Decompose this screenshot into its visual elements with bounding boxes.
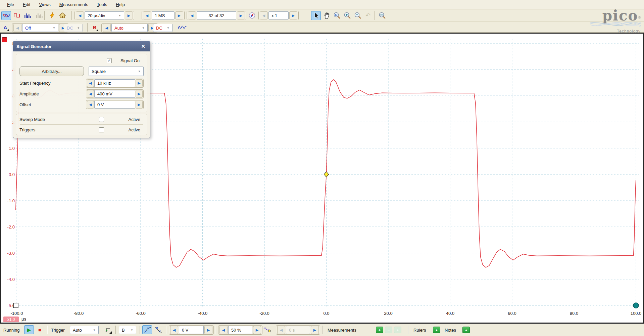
y-axis-tick-label: -4.0 (7, 277, 15, 282)
x-axis-tick-label: -100.0 (11, 311, 23, 316)
hand-icon (323, 12, 330, 19)
start-frequency-field[interactable]: 10 kHz (94, 79, 135, 87)
auto-setup-button[interactable] (47, 11, 57, 20)
menu-item-edit[interactable]: Edit (18, 0, 35, 9)
chevron-down-icon: ▼ (138, 27, 145, 30)
samples-decrease-button[interactable]: ◀ (143, 11, 151, 19)
channel-b-range-decrease-button[interactable]: ◀ (103, 24, 111, 32)
channel-a-options-button[interactable]: A (1, 23, 9, 32)
zoom-decrease-button[interactable]: ◀ (260, 11, 268, 19)
samples-value: 1 MS (155, 13, 165, 18)
zoom-out-tool-button[interactable] (353, 11, 362, 20)
rising-edge-button[interactable] (142, 325, 152, 334)
post-trigger-decrease-button[interactable]: ◀ (277, 326, 285, 334)
pre-trigger-decrease-button[interactable]: ◀ (219, 326, 228, 334)
amplitude-increase-button[interactable]: ▶ (136, 90, 143, 98)
buffer-navigator-button[interactable] (247, 11, 257, 20)
pre-trigger-increase-button[interactable]: ▶ (253, 326, 261, 334)
trigger-marker-diamond[interactable] (324, 172, 329, 177)
zoom-in-tool-button[interactable] (342, 11, 352, 20)
close-icon[interactable]: ✕ (140, 43, 147, 49)
zoom-increase-button[interactable]: ▶ (289, 11, 297, 19)
start-frequency-decrease-button[interactable]: ◀ (87, 79, 94, 87)
window-zoom-tool-button[interactable] (332, 11, 342, 20)
edit-measurement-button[interactable]: ▲ (394, 327, 401, 333)
normal-selection-tool-button[interactable] (311, 11, 321, 20)
dialog-title: Signal Generator (16, 44, 52, 49)
signal-generator-button[interactable] (177, 23, 187, 32)
zoom-factor-field[interactable]: x 1 (268, 11, 289, 19)
pre-trigger-field[interactable]: 50 % (228, 326, 252, 334)
menu-item-help[interactable]: Help (111, 0, 129, 9)
trigger-mode-select[interactable]: Auto ▼ (70, 326, 99, 334)
triggers-checkbox[interactable] (99, 127, 104, 132)
dialog-title-bar[interactable]: Signal Generator ✕ (13, 41, 150, 51)
arbitrary-button-label: Arbitrary... (42, 69, 62, 74)
menu-item-tools[interactable]: Tools (93, 0, 111, 9)
trigger-level-increase-button[interactable]: ▶ (204, 326, 212, 334)
sweep-mode-checkbox[interactable] (99, 117, 104, 122)
post-trigger-value: 0 s (289, 328, 295, 333)
channel-b-range-select[interactable]: Auto ▼ (111, 24, 148, 32)
channel-b-coupling-select[interactable]: DC ▼ (153, 24, 172, 32)
zoom-full-button[interactable]: 100 (377, 11, 387, 20)
y-axis-tick-label: 1.0 (9, 146, 15, 151)
advanced-trigger-button[interactable] (103, 325, 112, 334)
post-trigger-increase-button[interactable]: ▶ (311, 326, 319, 334)
post-trigger-field[interactable]: 0 s (286, 326, 310, 334)
statusbar-separator (115, 326, 116, 334)
delete-measurement-button[interactable]: − (385, 327, 392, 333)
square-wave-view-button[interactable] (12, 11, 21, 20)
undo-zoom-button[interactable]: ↶ (363, 11, 373, 20)
hand-tool-button[interactable] (321, 11, 331, 20)
channel-a-range-decrease-button[interactable]: ◀ (13, 24, 21, 32)
channel-b-options-button[interactable]: B (91, 23, 99, 32)
home-settings-button[interactable] (57, 11, 67, 20)
buffer-next-button[interactable]: ▶ (237, 11, 245, 19)
notes-button[interactable]: ▲ (462, 327, 470, 333)
spectrum-bars-icon (23, 12, 31, 18)
timebase-increase-button[interactable]: ▶ (125, 11, 133, 19)
timebase-decrease-button[interactable]: ◀ (76, 11, 84, 19)
signal-settings-group: ✓ Signal On Arbitrary... Square ▼ Start … (16, 54, 147, 112)
add-measurement-button[interactable]: + (376, 327, 383, 333)
falling-edge-button[interactable] (154, 325, 163, 334)
rising-edge-icon (143, 327, 152, 333)
start-frequency-increase-button[interactable]: ▶ (136, 79, 143, 87)
axis-scale-handle[interactable] (633, 303, 639, 308)
start-capture-button[interactable]: ▶ (24, 325, 34, 334)
rulers-button[interactable]: ▲ (433, 327, 440, 333)
samples-field[interactable]: 1 MS (152, 11, 175, 19)
chevron-down-icon: ▼ (114, 14, 121, 17)
stop-capture-button[interactable]: ■ (35, 325, 45, 334)
channel-a-coupling-select[interactable]: DC ▼ (64, 24, 83, 32)
offset-field[interactable]: 0 V (94, 101, 135, 109)
scope-view-button[interactable] (1, 11, 11, 20)
signal-on-checkbox[interactable]: ✓ (107, 58, 112, 63)
buffer-position-field[interactable]: 32 of 32 (197, 11, 236, 19)
trigger-level-decrease-button[interactable]: ◀ (170, 326, 178, 334)
arbitrary-button[interactable]: Arbitrary... (19, 66, 84, 76)
menu-item-measurements[interactable]: Measurements (55, 0, 93, 9)
timebase-select[interactable]: 20 µs/div ▼ (85, 11, 124, 19)
trigger-source-select[interactable]: B ▼ (119, 326, 136, 334)
channel-a-range-select[interactable]: Off ▼ (22, 24, 58, 32)
waveform-type-select[interactable]: Square ▼ (89, 67, 144, 76)
trigger-level-field[interactable]: 0 V (179, 326, 204, 334)
menu-item-file[interactable]: File (3, 0, 18, 9)
samples-increase-button[interactable]: ▶ (175, 11, 183, 19)
up-triangle-icon: ▲ (396, 329, 399, 332)
plus-icon: + (378, 328, 381, 332)
buffer-previous-button[interactable]: ◀ (188, 11, 196, 19)
awg-waveform-icon (178, 24, 187, 30)
offset-increase-button[interactable]: ▶ (136, 101, 143, 109)
axis-offset-handle[interactable] (13, 303, 18, 308)
trigger-marker-button[interactable] (262, 325, 272, 334)
persistence-view-button[interactable] (34, 11, 44, 20)
spectrum-view-button[interactable] (22, 11, 32, 20)
offset-decrease-button[interactable]: ◀ (87, 101, 94, 109)
signal-on-label: Signal On (120, 58, 140, 63)
amplitude-decrease-button[interactable]: ◀ (87, 90, 94, 98)
menu-item-views[interactable]: Views (35, 0, 55, 9)
amplitude-field[interactable]: 400 mV (94, 90, 135, 98)
